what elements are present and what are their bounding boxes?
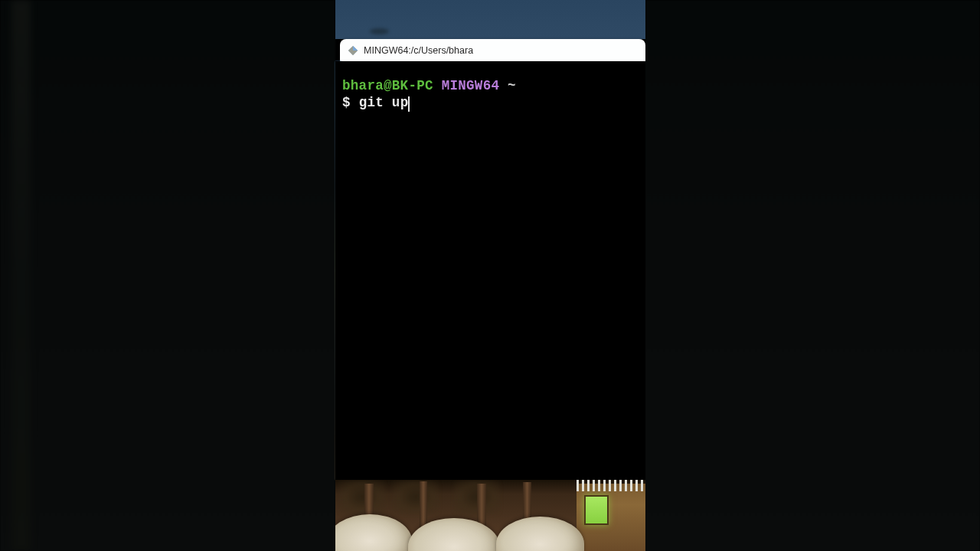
wallpaper-snow-mound	[496, 517, 584, 551]
wallpaper-cabin	[577, 484, 645, 551]
prompt-symbol: $	[342, 95, 351, 110]
prompt-cwd: ~	[508, 78, 516, 93]
phone-viewport: MINGW64:/c/Users/bhara bhara@BK-PC MINGW…	[335, 0, 645, 551]
tab-title-text: MINGW64:/c/Users/bhara	[364, 45, 473, 56]
background-blur-right	[645, 0, 980, 551]
command-input-line[interactable]: $ git up	[342, 94, 639, 112]
wallpaper-tree	[477, 484, 486, 528]
git-bash-icon	[348, 45, 358, 56]
prompt-line: bhara@BK-PC MINGW64 ~	[342, 77, 639, 95]
wallpaper-foliage	[339, 480, 385, 514]
svg-marker-2	[353, 45, 358, 50]
background-blur-left	[0, 0, 335, 551]
wallpaper-foliage	[393, 480, 439, 514]
terminal-viewport[interactable]: bhara@BK-PC MINGW64 ~ $ git up	[335, 61, 645, 480]
wallpaper-winter-scene	[335, 480, 645, 551]
command-typed-text: git up	[359, 95, 409, 110]
wallpaper-sky	[335, 0, 645, 39]
wallpaper-icicles	[577, 480, 645, 491]
wallpaper-snow-mound	[335, 514, 412, 551]
text-cursor	[408, 96, 410, 112]
prompt-user-host: bhara@BK-PC	[342, 78, 433, 93]
prompt-environment: MINGW64	[442, 78, 500, 93]
terminal-tab[interactable]: MINGW64:/c/Users/bhara	[340, 39, 645, 61]
